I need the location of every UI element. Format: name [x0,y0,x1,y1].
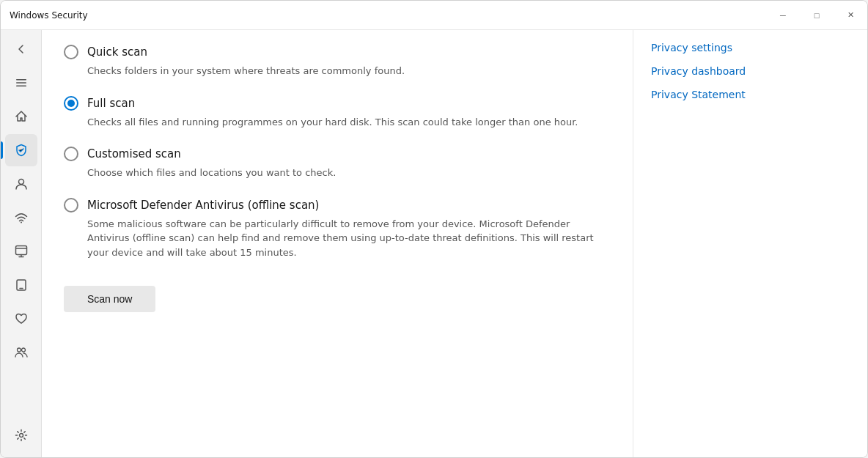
window-title: Windows Security [10,10,88,21]
sidebar-item-home[interactable] [5,100,37,133]
scan-option-custom-desc: Choose which files and locations you wan… [64,166,603,180]
close-button[interactable]: ✕ [834,1,867,30]
maximize-button[interactable]: □ [800,1,834,30]
scan-option-custom-label: Customised scan [87,147,181,160]
scan-options-list: Quick scan Checks folders in your system… [64,45,603,259]
content-area: Quick scan Checks folders in your system… [42,30,867,457]
scan-option-full-desc: Checks all files and running programmes … [64,115,603,130]
radio-quick[interactable] [64,45,78,59]
scan-option-custom-header: Customised scan [64,147,603,161]
radio-custom[interactable] [64,147,78,161]
sidebar-item-device[interactable] [5,269,37,301]
sidebar-item-menu[interactable] [5,67,37,99]
svg-point-8 [17,348,21,352]
scan-option-offline: Microsoft Defender Antivirus (offline sc… [64,198,603,260]
right-panel: Privacy settings Privacy dashboard Priva… [633,30,867,457]
sidebar-item-shield[interactable] [5,134,37,166]
sidebar-item-person[interactable] [5,168,37,200]
sidebar-item-health[interactable] [5,303,37,335]
privacy-settings-link[interactable]: Privacy settings [651,42,850,53]
svg-rect-0 [16,79,26,81]
svg-point-3 [18,180,23,185]
radio-offline[interactable] [64,198,78,213]
main-content: Quick scan Checks folders in your system… [42,30,633,457]
app-window: Windows Security ─ □ ✕ [0,0,868,458]
radio-full[interactable] [64,96,78,111]
sidebar-item-apps[interactable] [5,235,37,267]
scan-option-quick: Quick scan Checks folders in your system… [64,45,603,78]
window-controls: ─ □ ✕ [766,1,867,30]
svg-point-10 [19,434,23,437]
scan-option-quick-label: Quick scan [87,45,147,59]
scan-option-custom: Customised scan Choose which files and l… [64,147,603,180]
app-body: Quick scan Checks folders in your system… [1,30,867,457]
sidebar-item-back[interactable] [5,33,37,65]
scan-now-button[interactable]: Scan now [64,286,155,312]
scan-option-quick-desc: Checks folders in your system where thre… [64,64,603,78]
titlebar: Windows Security ─ □ ✕ [1,1,867,30]
sidebar [1,30,42,457]
minimize-button[interactable]: ─ [766,1,800,30]
svg-rect-1 [16,82,26,84]
privacy-dashboard-link[interactable]: Privacy dashboard [651,65,850,77]
svg-point-9 [21,348,25,352]
scan-option-offline-label: Microsoft Defender Antivirus (offline sc… [87,199,319,212]
privacy-statement-link[interactable]: Privacy Statement [651,89,850,100]
scan-option-offline-desc: Some malicious software can be particula… [64,217,603,260]
svg-rect-5 [15,246,26,255]
scan-option-full: Full scan Checks all files and running p… [64,96,603,130]
scan-option-offline-header: Microsoft Defender Antivirus (offline sc… [64,198,603,213]
sidebar-item-settings[interactable] [5,419,37,451]
svg-rect-2 [16,86,26,87]
scan-option-full-header: Full scan [64,96,603,111]
scan-option-full-label: Full scan [87,97,135,110]
sidebar-item-wireless[interactable] [5,202,37,234]
svg-point-4 [21,222,22,224]
sidebar-item-family[interactable] [5,336,37,369]
scan-option-quick-header: Quick scan [64,45,603,59]
